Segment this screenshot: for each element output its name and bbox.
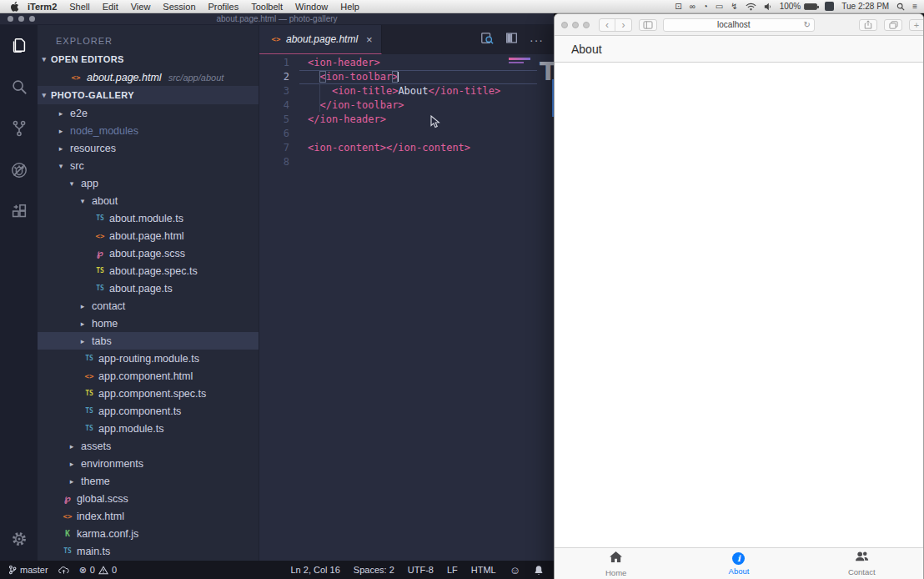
menu-view[interactable]: View [131, 2, 151, 12]
zoom-traffic-light[interactable] [583, 22, 590, 28]
line-number[interactable]: 4 [259, 98, 289, 113]
tree-item-about-module-ts[interactable]: TSabout.module.ts [38, 209, 259, 227]
split-editor-icon[interactable] [505, 32, 518, 48]
settings-gear-icon[interactable] [9, 529, 29, 549]
menu-session[interactable]: Session [163, 2, 195, 12]
line-number-gutter[interactable]: 12345678 [259, 56, 299, 169]
encoding-status[interactable]: UTF-8 [408, 565, 434, 575]
menu-edit[interactable]: Edit [103, 2, 118, 12]
code-line-8[interactable] [299, 155, 554, 169]
line-number[interactable]: 8 [259, 155, 289, 169]
line-number[interactable]: 5 [259, 113, 289, 127]
ion-tab-contact[interactable]: Contact [824, 551, 899, 576]
line-number[interactable]: 1 [259, 56, 289, 70]
refresh-icon[interactable]: ↻ [804, 20, 814, 29]
display-icon[interactable]: ▭ [716, 2, 723, 11]
wifi-icon[interactable] [746, 3, 756, 11]
feedback-smiley-icon[interactable]: ☺ [510, 564, 520, 576]
bluetooth-icon[interactable]: ↯ [731, 2, 737, 11]
debug-disabled-icon[interactable] [9, 160, 29, 180]
tree-item-app-component-ts[interactable]: TSapp.component.ts [38, 402, 259, 420]
git-branch-status[interactable]: master [8, 565, 48, 575]
menu-shell[interactable]: Shell [69, 2, 89, 12]
open-preview-icon[interactable] [480, 32, 494, 48]
menu-iterm2[interactable]: iTerm2 [28, 2, 57, 12]
tree-item-tabs[interactable]: ▸tabs [38, 332, 259, 350]
tree-item-about-page-scss[interactable]: ℘about.page.scss [38, 244, 259, 262]
tree-item-app-component-spec-ts[interactable]: TSapp.component.spec.ts [38, 385, 259, 402]
volume-icon[interactable] [764, 3, 772, 11]
minimap[interactable] [509, 58, 532, 63]
code-line-3[interactable]: <ion-title>About</ion-title> [299, 84, 554, 98]
tree-item-about-page-spec-ts[interactable]: TSabout.page.spec.ts [38, 262, 259, 279]
cursor-position-status[interactable]: Ln 2, Col 16 [291, 565, 340, 575]
spectacle-icon[interactable]: ∞ [690, 2, 696, 11]
tree-item-node-modules[interactable]: ▸node_modules [38, 122, 259, 139]
back-button[interactable]: ‹ [600, 19, 615, 31]
code-editor[interactable]: 12345678 <ion-header> <ion-toolbar> <ion… [259, 54, 554, 561]
screen-capture-icon[interactable]: ⊡ [675, 2, 681, 11]
tree-item-app-component-html[interactable]: <>app.component.html [38, 367, 259, 385]
vscode-titlebar[interactable]: about.page.html — photo-gallery [0, 13, 554, 25]
tree-item-app-module-ts[interactable]: TSapp.module.ts [38, 420, 259, 437]
line-number[interactable]: 7 [259, 141, 289, 155]
extensions-icon[interactable] [9, 202, 29, 222]
tab-overview-button[interactable] [884, 19, 902, 31]
menu-window[interactable]: Window [295, 2, 328, 12]
tree-item-app-routing-module-ts[interactable]: TSapp-routing.module.ts [38, 350, 259, 367]
code-line-5[interactable]: </ion-header> [299, 113, 554, 127]
ion-tab-home[interactable]: Home [579, 551, 654, 577]
project-section-header[interactable]: ▾ PHOTO-GALLERY [38, 86, 259, 104]
tree-item-assets[interactable]: ▸assets [38, 437, 259, 455]
explorer-icon[interactable] [9, 35, 29, 55]
tab-about-page-html[interactable]: <> about.page.html × [259, 25, 382, 54]
tree-item-resources[interactable]: ▸resources [38, 139, 259, 157]
sidebar-toggle-button[interactable] [639, 19, 657, 31]
code-lines[interactable]: <ion-header> <ion-toolbar> <ion-title>Ab… [299, 56, 554, 169]
tree-item-about-page-ts[interactable]: TSabout.page.ts [38, 279, 259, 297]
problems-status[interactable]: ⊗ 0 0 [79, 565, 117, 576]
tree-item-e2e[interactable]: ▸e2e [38, 104, 259, 122]
tree-item-global-scss[interactable]: ℘global.scss [38, 490, 259, 507]
menu-toolbelt[interactable]: Toolbelt [251, 2, 283, 12]
tree-item-contact[interactable]: ▸contact [38, 297, 259, 315]
tree-item-src[interactable]: ▾src [38, 157, 259, 174]
search-icon[interactable] [9, 77, 29, 97]
input-source-icon[interactable] [825, 2, 834, 11]
menubar-clock[interactable]: Tue 2:28 PM [841, 2, 889, 11]
tree-item-karma-conf-js[interactable]: Kkarma.conf.js [38, 525, 259, 542]
line-number[interactable]: 3 [259, 84, 289, 98]
tree-item-home[interactable]: ▸home [38, 315, 259, 332]
spotlight-icon[interactable] [896, 3, 905, 11]
tree-item-app[interactable]: ▾app [38, 174, 259, 192]
timer-icon[interactable]: ◔ [703, 2, 708, 11]
forward-button[interactable]: › [615, 19, 631, 31]
address-bar[interactable]: localhost ↻ [663, 18, 815, 32]
tree-item-about[interactable]: ▾about [38, 192, 259, 209]
more-actions-icon[interactable]: ··· [530, 33, 544, 47]
tree-item-about-page-html[interactable]: <>about.page.html [38, 227, 259, 244]
open-editors-header[interactable]: ▾ OPEN EDITORS [38, 50, 259, 68]
battery-indicator[interactable]: 100% [780, 2, 818, 11]
code-line-2[interactable]: <ion-toolbar> [299, 70, 537, 84]
code-line-7[interactable]: <ion-content></ion-content> [299, 141, 554, 155]
menu-help[interactable]: Help [340, 2, 359, 12]
indentation-status[interactable]: Spaces: 2 [354, 565, 394, 575]
publish-status[interactable] [58, 566, 69, 575]
close-tab-icon[interactable]: × [366, 33, 373, 46]
line-number[interactable]: 2 [259, 70, 289, 84]
share-button[interactable] [859, 19, 877, 31]
tree-item-theme[interactable]: ▸theme [38, 472, 259, 490]
notification-center-icon[interactable]: ≡ [912, 2, 917, 11]
tree-item-index-html[interactable]: <>index.html [38, 507, 259, 525]
code-line-4[interactable]: </ion-toolbar> [299, 98, 554, 113]
ion-tab-about[interactable]: iAbout [701, 552, 776, 576]
source-control-icon[interactable] [9, 118, 29, 138]
menu-profiles[interactable]: Profiles [208, 2, 239, 12]
notifications-bell-icon[interactable] [534, 565, 544, 576]
minimize-traffic-light[interactable] [572, 22, 579, 28]
tree-item-main-ts[interactable]: TSmain.ts [38, 542, 259, 560]
eol-status[interactable]: LF [447, 565, 458, 575]
code-line-6[interactable] [299, 127, 554, 141]
language-mode-status[interactable]: HTML [471, 565, 496, 575]
